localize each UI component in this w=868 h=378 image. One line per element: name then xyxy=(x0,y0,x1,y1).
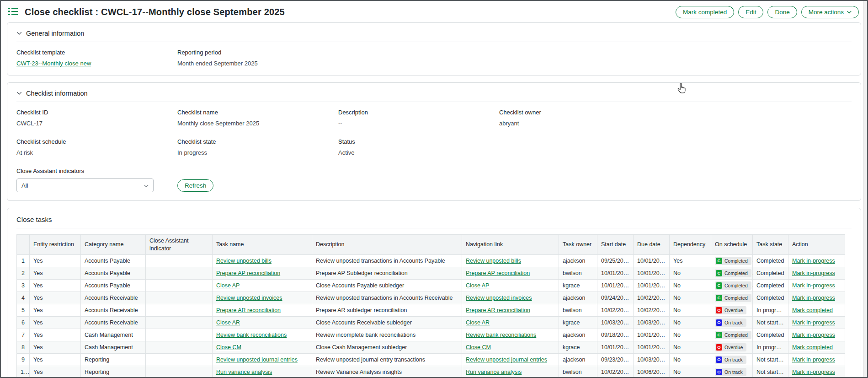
on-schedule-badge: OOverdue xyxy=(715,343,746,351)
task-name-cell: Review unposted invoices xyxy=(213,292,312,304)
action-link[interactable]: Mark completed xyxy=(792,307,833,313)
task-name-link[interactable]: Review bank reconciliations xyxy=(216,332,287,338)
task-state-cell: Completed xyxy=(753,267,788,280)
checklist-schedule-label: Checklist schedule xyxy=(16,138,177,145)
navigation-link[interactable]: Review unposted bills xyxy=(466,258,521,264)
task-name-cell: Close AP xyxy=(213,280,312,292)
description-label: Description xyxy=(338,109,499,116)
action-link[interactable]: Mark in-progress xyxy=(792,319,835,326)
task-owner-cell: kgrace xyxy=(559,280,597,292)
checklist-information-header[interactable]: Checklist information xyxy=(16,87,852,102)
column-header-close-assistant-indicator: Close Assistant indicator xyxy=(146,235,213,255)
entity-restriction-cell: Yes xyxy=(30,304,81,317)
start-date-cell: 10/03/2025 xyxy=(597,317,634,329)
navigation-link[interactable]: Review unposted invoices xyxy=(466,295,532,301)
navigation-link[interactable]: Review bank reconciliations xyxy=(466,332,536,338)
action-link[interactable]: Mark in-progress xyxy=(792,356,835,363)
task-state-cell: Completed xyxy=(753,329,788,341)
description-cell: Review unposted transactions in Accounts… xyxy=(312,255,462,267)
action-cell: Mark in-progress xyxy=(788,329,845,341)
task-name-link[interactable]: Run variance analysis xyxy=(216,369,272,375)
task-name-link[interactable]: Review unposted invoices xyxy=(216,295,282,301)
action-link[interactable]: Mark in-progress xyxy=(792,282,835,289)
navigation-link[interactable]: Prepare AR reconciliation xyxy=(466,307,530,313)
checklist-template-field: Checklist template CWT-23--Monthly close… xyxy=(16,49,177,67)
action-link[interactable]: Mark in-progress xyxy=(792,369,835,375)
close-assistant-indicators-select[interactable]: All xyxy=(16,178,154,192)
due-date-cell: 10/01/2025 xyxy=(634,255,670,267)
checklist-id-label: Checklist ID xyxy=(16,109,177,116)
badge-label: Completed xyxy=(724,295,748,301)
navigation-link[interactable]: Close CM xyxy=(466,344,491,351)
close-assistant-indicator-cell xyxy=(146,255,213,267)
mark-completed-button[interactable]: Mark completed xyxy=(676,6,734,18)
column-header-task-owner: Task owner xyxy=(559,235,597,255)
navigation-link[interactable]: Run variance analysis xyxy=(466,369,522,375)
checklist-id-value: CWCL-17 xyxy=(16,120,177,127)
task-name-link[interactable]: Review unposted bills xyxy=(216,258,272,264)
checklist-name-label: Checklist name xyxy=(177,109,338,116)
table-row: 2YesAccounts PayablePrepare AP reconcili… xyxy=(17,267,845,280)
general-information-header[interactable]: General information xyxy=(16,27,852,42)
task-owner-cell: ajackson xyxy=(559,292,597,304)
action-link[interactable]: Mark in-progress xyxy=(792,332,835,338)
selected-option: All xyxy=(21,182,28,189)
action-cell: Mark completed xyxy=(788,341,845,354)
action-cell: Mark completed xyxy=(788,304,845,317)
badge-letter-icon: C xyxy=(716,258,722,264)
status-label: Status xyxy=(338,138,499,145)
checklist-owner-label: Checklist owner xyxy=(499,109,852,116)
badge-letter-icon: C xyxy=(716,332,722,338)
badge-letter-icon: C xyxy=(716,295,722,301)
description-cell: Prepare AP Subledger reconciliation xyxy=(312,267,462,280)
vertical-scrollbar[interactable] xyxy=(863,1,867,377)
task-name-link[interactable]: Prepare AR reconciliation xyxy=(216,307,281,313)
dependency-cell: No xyxy=(670,317,711,329)
action-cell: Mark in-progress xyxy=(788,280,845,292)
navigation-link[interactable]: Prepare AP reconciliation xyxy=(466,270,530,276)
on-schedule-cell: OOn track xyxy=(711,317,753,329)
entity-restriction-cell: Yes xyxy=(30,354,81,366)
checklist-template-link[interactable]: CWT-23--Monthly close new xyxy=(16,60,91,67)
chevron-down-icon xyxy=(144,182,149,189)
task-name-link[interactable]: Prepare AP reconciliation xyxy=(216,270,280,276)
navigation-link[interactable]: Review unposted journal entries xyxy=(466,356,547,363)
action-link[interactable]: Mark in-progress xyxy=(792,270,835,276)
navigation-link[interactable]: Close AR xyxy=(466,319,490,326)
refresh-button[interactable]: Refresh xyxy=(177,179,213,192)
badge-letter-icon: O xyxy=(716,319,722,326)
start-date-cell: 10/02/2025 xyxy=(597,366,634,378)
column-header-navigation-link: Navigation link xyxy=(462,235,559,255)
action-link[interactable]: Mark in-progress xyxy=(792,258,835,264)
badge-letter-icon: O xyxy=(716,356,722,363)
action-link[interactable]: Mark completed xyxy=(792,344,833,351)
close-assistant-indicator-cell xyxy=(146,292,213,304)
row-number-cell: 1 xyxy=(17,255,30,267)
task-state-cell: Completed xyxy=(753,292,788,304)
close-assistant-indicator-cell xyxy=(146,304,213,317)
task-name-link[interactable]: Close AP xyxy=(216,282,240,289)
task-name-link[interactable]: Close AR xyxy=(216,319,240,326)
list-menu-icon[interactable] xyxy=(8,7,18,17)
table-row: 6YesAccounts ReceivableClose ARClose Acc… xyxy=(17,317,845,329)
task-name-cell: Review unposted journal entries xyxy=(213,354,312,366)
edit-button[interactable]: Edit xyxy=(738,6,763,18)
reporting-period-value: Month ended September 2025 xyxy=(177,60,852,67)
close-tasks-card: Close tasks Entity restrictionCategory n… xyxy=(7,208,861,378)
action-link[interactable]: Mark in-progress xyxy=(792,295,835,301)
category-name-cell: Accounts Payable xyxy=(81,280,146,292)
done-button[interactable]: Done xyxy=(767,6,797,18)
badge-letter-icon: O xyxy=(716,369,722,375)
dependency-cell: No xyxy=(670,280,711,292)
task-name-link[interactable]: Review unposted journal entries xyxy=(216,356,298,363)
task-name-link[interactable]: Close CM xyxy=(216,344,241,351)
column-header-dependency: Dependency xyxy=(670,235,711,255)
badge-label: Completed xyxy=(724,270,748,276)
more-actions-button[interactable]: More actions xyxy=(801,6,859,18)
on-schedule-badge: CCompleted xyxy=(715,257,751,265)
due-date-cell: 10/01/2025 xyxy=(634,341,670,354)
table-row: 8YesCash ManagementClose CMClose Cash Ma… xyxy=(17,341,845,354)
navigation-link[interactable]: Close AP xyxy=(466,282,489,289)
navigation-link-cell: Review bank reconciliations xyxy=(462,329,559,341)
badge-label: On track xyxy=(724,320,743,325)
